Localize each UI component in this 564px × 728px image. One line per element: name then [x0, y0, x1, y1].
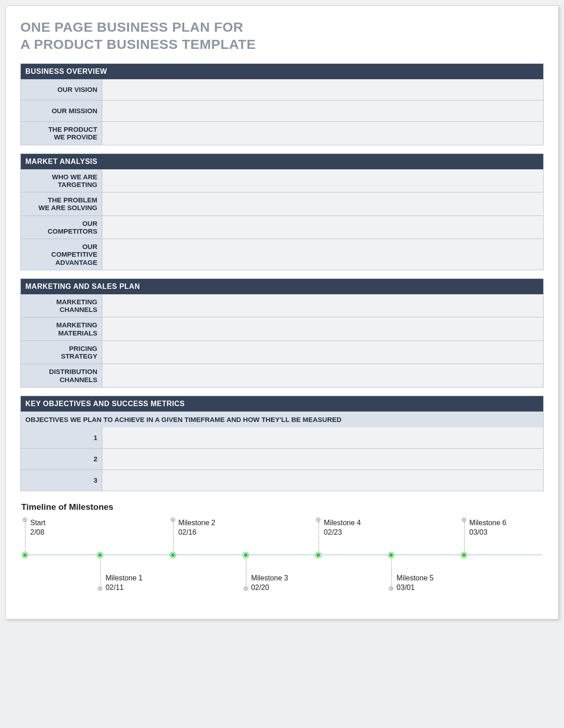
section-sub-header: OBJECTIVES WE PLAN TO ACHIEVE IN A GIVEN…	[20, 412, 544, 427]
row-value[interactable]	[102, 364, 543, 387]
pin-icon	[23, 517, 27, 522]
milestone-label: Milestone 102/11	[105, 574, 143, 593]
row-label: PRICING STRATEGY	[21, 341, 102, 364]
section-header: BUSINESS OVERVIEW	[20, 63, 544, 79]
row-value[interactable]	[102, 192, 543, 216]
pin-icon	[462, 517, 466, 522]
row-value[interactable]	[102, 317, 543, 340]
milestone-dot-icon	[243, 552, 249, 558]
pin-icon	[171, 517, 175, 522]
row-label: MARKETING MATERIALS	[21, 317, 102, 340]
pin-icon	[389, 586, 393, 591]
milestone-date: 03/03	[469, 528, 507, 537]
row-label: OUR COMPETITORS	[21, 216, 102, 239]
timeline-chart: Start2/08Milestone 102/11Milestone 202/1…	[22, 519, 542, 601]
milestone: Milestone 302/20	[246, 519, 246, 601]
milestone-dot-icon	[388, 552, 394, 558]
milestone-name: Milestone 6	[469, 518, 507, 528]
milestone-dot-icon	[315, 552, 321, 558]
table-row: OUR COMPETITIVE ADVANTAGE	[20, 239, 544, 270]
row-value[interactable]	[102, 294, 543, 317]
title-line-2: A PRODUCT BUSINESS TEMPLATE	[20, 37, 256, 52]
row-label: OUR COMPETITIVE ADVANTAGE	[21, 239, 102, 270]
milestone-name: Milestone 4	[324, 518, 361, 528]
table-row: 3	[20, 470, 544, 491]
table-row: THE PRODUCT WE PROVIDE	[20, 122, 544, 145]
table-row: OUR MISSION	[20, 101, 544, 122]
table-row: WHO WE ARE TARGETING	[20, 169, 544, 193]
milestone-dot-icon	[22, 552, 28, 558]
milestone-name: Start	[30, 518, 46, 528]
section-marketing-sales: MARKETING AND SALES PLAN MARKETING CHANN…	[20, 278, 544, 388]
milestone-label: Milestone 402/23	[324, 518, 361, 537]
row-label: THE PRODUCT WE PROVIDE	[21, 122, 102, 145]
table-row: MARKETING CHANNELS	[20, 294, 544, 318]
milestone-name: Milestone 3	[251, 574, 288, 583]
section-business-overview: BUSINESS OVERVIEW OUR VISION OUR MISSION…	[20, 63, 544, 145]
document-page: ONE PAGE BUSINESS PLAN FOR A PRODUCT BUS…	[5, 5, 559, 619]
milestone-date: 2/08	[30, 528, 46, 537]
row-value[interactable]	[102, 239, 543, 270]
milestone-name: Milestone 1	[105, 574, 143, 583]
row-label: MARKETING CHANNELS	[21, 294, 102, 317]
milestone-dot-icon	[170, 552, 176, 558]
table-row: DISTRIBUTION CHANNELS	[20, 364, 544, 388]
milestone-dash	[100, 556, 101, 588]
row-value[interactable]	[102, 122, 543, 145]
milestone-name: Milestone 2	[178, 518, 215, 528]
milestone-dash	[318, 522, 319, 555]
milestone: Milestone 503/01	[391, 519, 392, 601]
row-value[interactable]	[102, 449, 543, 469]
section-header: KEY OBJECTIVES AND SUCCESS METRICS	[20, 396, 544, 412]
table-row: PRICING STRATEGY	[20, 341, 544, 364]
row-label: OUR MISSION	[21, 101, 102, 121]
row-label: 1	[21, 427, 102, 448]
milestone: Milestone 603/03	[464, 519, 464, 601]
milestone-dash	[246, 556, 247, 588]
milestone-dash	[391, 556, 392, 588]
row-value[interactable]	[102, 341, 543, 364]
milestone: Start2/08	[25, 519, 25, 601]
row-value[interactable]	[102, 101, 543, 121]
row-value[interactable]	[102, 427, 543, 448]
milestone-name: Milestone 5	[397, 574, 434, 583]
milestone-label: Milestone 202/16	[178, 518, 215, 537]
milestone-label: Start2/08	[30, 518, 46, 537]
milestone-dash	[25, 522, 26, 555]
row-label: THE PROBLEM WE ARE SOLVING	[21, 192, 102, 216]
milestone-date: 02/16	[178, 528, 215, 537]
row-label: 3	[21, 470, 102, 491]
milestone-label: Milestone 302/20	[251, 574, 288, 593]
section-market-analysis: MARKET ANALYSIS WHO WE ARE TARGETING THE…	[20, 153, 544, 270]
milestone-date: 02/20	[251, 583, 288, 593]
milestone-dash	[173, 522, 174, 555]
table-row: THE PROBLEM WE ARE SOLVING	[20, 192, 544, 216]
milestone: Milestone 102/11	[100, 519, 100, 601]
milestone-date: 02/11	[105, 583, 143, 593]
row-label: DISTRIBUTION CHANNELS	[21, 364, 102, 387]
milestone-date: 02/23	[324, 528, 361, 537]
section-header: MARKET ANALYSIS	[20, 153, 544, 169]
row-value[interactable]	[102, 470, 543, 491]
row-value[interactable]	[102, 79, 543, 100]
milestone-dot-icon	[461, 552, 467, 558]
milestone-date: 03/01	[397, 583, 434, 593]
pin-icon	[244, 586, 248, 591]
milestone-dash	[464, 522, 465, 555]
section-header: MARKETING AND SALES PLAN	[20, 278, 544, 294]
row-value[interactable]	[102, 216, 543, 239]
row-label: 2	[21, 449, 102, 469]
milestone-dot-icon	[97, 552, 103, 558]
pin-icon	[98, 586, 102, 591]
pin-icon	[316, 517, 320, 522]
table-row: 1	[20, 427, 544, 449]
table-row: OUR COMPETITORS	[20, 216, 544, 239]
row-value[interactable]	[102, 169, 543, 192]
row-label: WHO WE ARE TARGETING	[21, 169, 102, 192]
table-row: MARKETING MATERIALS	[20, 317, 544, 341]
milestone-label: Milestone 603/03	[469, 518, 507, 537]
table-row: 2	[20, 449, 544, 470]
section-key-objectives: KEY OBJECTIVES AND SUCCESS METRICS OBJEC…	[20, 396, 544, 491]
milestone: Milestone 202/16	[173, 519, 173, 601]
milestone-label: Milestone 503/01	[397, 574, 434, 593]
